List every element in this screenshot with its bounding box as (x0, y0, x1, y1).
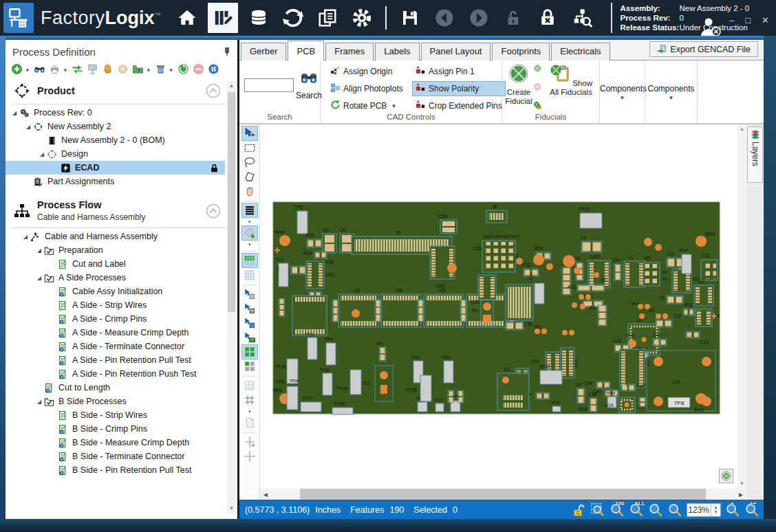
tab-electricals[interactable]: Electricals (551, 43, 610, 60)
layers-tab[interactable]: Layers (747, 126, 763, 183)
tree-item[interactable]: ◢Preparation (6, 243, 237, 257)
redo-icon[interactable] (465, 4, 493, 32)
zoom-all-icon[interactable]: ALL (629, 502, 644, 518)
minimize-button[interactable]: – (729, 15, 734, 25)
deactivate-button[interactable] (193, 63, 204, 75)
zoom-100-icon[interactable]: 100 (610, 502, 625, 518)
pin-icon[interactable] (222, 47, 232, 56)
rotate-pcb-button[interactable]: Rotate PCB▼ (327, 99, 406, 113)
add-button[interactable] (11, 63, 23, 75)
tree-item[interactable]: A Side - Measure Crimp Depth (6, 326, 237, 340)
zoom-in-fast-icon[interactable]: ++ (744, 502, 759, 518)
tree-expander[interactable]: ◢ (22, 234, 29, 240)
align-photoplots-button[interactable]: Align Photoplots (327, 82, 406, 96)
create-fiducial-button[interactable]: Create Fiducial (504, 63, 534, 106)
tree-expander[interactable]: ◢ (36, 399, 43, 405)
cam-c-icon[interactable] (242, 316, 257, 330)
collapse-product-icon[interactable] (206, 83, 221, 98)
tab-footprints[interactable]: Footprints (492, 43, 550, 60)
caret-icon[interactable] (242, 408, 257, 415)
tree-item[interactable]: ◢Design (6, 147, 237, 161)
tree-item[interactable]: A Side - Terminate Connector (6, 340, 237, 353)
process-designer-icon[interactable] (208, 3, 238, 33)
tree-item[interactable]: Cable Assy Initialization (6, 285, 237, 298)
polygon-tool-icon[interactable] (242, 170, 257, 184)
search-input[interactable] (244, 78, 294, 92)
delete-button[interactable] (155, 63, 166, 75)
tab-labels[interactable]: Labels (375, 43, 419, 60)
zoom-in-icon[interactable]: + (725, 502, 740, 518)
clean-button[interactable] (102, 63, 114, 75)
tab-panel-layout[interactable]: Panel Layout (421, 43, 491, 60)
pads-green-icon[interactable] (242, 345, 257, 359)
fiducial-remove-icon[interactable] (534, 83, 545, 97)
tree-item[interactable]: Part Assignments (6, 175, 237, 188)
search-icon[interactable] (300, 69, 318, 87)
lock-zoom-icon[interactable] (571, 502, 586, 518)
spinner-arrows[interactable]: ▲▼ (711, 504, 720, 516)
tree-item[interactable]: B Side - Measure Crimp Depth (6, 436, 237, 450)
grid-disabled-icon[interactable] (242, 379, 257, 392)
grid-light-icon[interactable] (242, 268, 257, 282)
tree-item[interactable]: A Side - Pin Retention Push Test (6, 367, 237, 381)
collapse-flow-icon[interactable] (206, 203, 221, 219)
zoom-window-icon[interactable] (590, 502, 605, 518)
tree-item[interactable]: B Side - Terminate Connector (6, 450, 237, 463)
settings-icon[interactable] (348, 4, 376, 32)
cam-d-icon[interactable] (242, 331, 257, 344)
caret-icon[interactable] (242, 241, 257, 248)
reports-icon[interactable] (314, 4, 341, 32)
tree-item[interactable]: ◢B Side Processes (6, 395, 237, 408)
tree-item[interactable]: B Side - Crimp Pins (6, 422, 237, 436)
reorder-button[interactable] (72, 63, 83, 75)
pcb-canvas[interactable]: MH4TP5R25Q2Q1J9C56U23J8TP30MH3C26R24R26T… (260, 124, 737, 489)
fit-view-button[interactable] (719, 469, 733, 483)
tree-item[interactable]: B Side - Pin Retention Pull Test (6, 463, 237, 477)
maximize-button[interactable]: □ (745, 15, 751, 25)
export-folder-button[interactable] (132, 63, 144, 75)
close-button[interactable]: ✕ (762, 15, 769, 25)
home-icon[interactable] (173, 4, 201, 32)
tree-item[interactable]: ◢New Assembly 2 (6, 120, 237, 133)
dropdown-caret-icon[interactable]: ▼ (63, 67, 68, 74)
assign-origin-button[interactable]: Assign Origin (327, 65, 406, 78)
tree-item[interactable]: B Side - Strip Wires (6, 408, 237, 422)
cam-b-icon[interactable] (242, 302, 257, 315)
exchange-icon[interactable] (279, 4, 307, 32)
tree-item[interactable]: Cut to Length (6, 381, 237, 395)
grid-active-icon[interactable] (242, 254, 257, 267)
tree-item[interactable]: ECAD (6, 161, 237, 175)
assign-pin-1-button[interactable]: Assign Pin 1 (413, 65, 505, 78)
show-polarity-button[interactable]: Show Polarity (413, 82, 505, 96)
show-all-fiducials-button[interactable]: Show All Fiducials (548, 63, 594, 97)
zoom-level-spinner[interactable]: 123%▲▼ (687, 503, 721, 517)
lock-close-icon[interactable] (534, 4, 561, 32)
tree-expander[interactable]: ◢ (36, 247, 43, 254)
tree-item[interactable]: ◢A Side Processes (6, 271, 237, 285)
tree-item[interactable]: ◢Cable and Harness Assembly (6, 230, 237, 243)
zoom-out-icon[interactable]: - (667, 502, 682, 518)
caret-icon[interactable] (242, 218, 257, 225)
hash-grid-icon[interactable] (242, 393, 257, 407)
tree-item[interactable]: Cut and Label (6, 257, 237, 271)
paint-tool-icon[interactable] (242, 226, 257, 240)
tree-expander[interactable]: ◢ (11, 110, 18, 116)
audit-search-icon[interactable] (568, 4, 596, 32)
export-gencad-button[interactable]: Export GENCAD File (649, 41, 758, 57)
hscroll-thumb[interactable] (300, 489, 706, 500)
activate-button[interactable] (177, 63, 189, 75)
horizontal-scrollbar[interactable]: ◄► (260, 489, 746, 500)
cam-a-icon[interactable] (242, 287, 257, 301)
pan-tool-icon[interactable] (242, 184, 257, 198)
move-x-icon[interactable] (242, 435, 257, 449)
page-icon[interactable] (242, 416, 257, 430)
search-button-label[interactable]: Search (296, 91, 322, 100)
vertical-scrollbar[interactable]: ▲▼ (737, 124, 746, 489)
unlock-icon[interactable] (499, 4, 527, 32)
tab-frames[interactable]: Frames (325, 43, 374, 60)
fiducial-small-icon[interactable] (534, 65, 545, 78)
move-icon[interactable] (242, 450, 257, 463)
tree-expander[interactable]: ◢ (25, 124, 32, 130)
crop-extended-pins-button[interactable]: Crop Extended Pins (413, 99, 505, 113)
find-button[interactable] (34, 63, 45, 75)
